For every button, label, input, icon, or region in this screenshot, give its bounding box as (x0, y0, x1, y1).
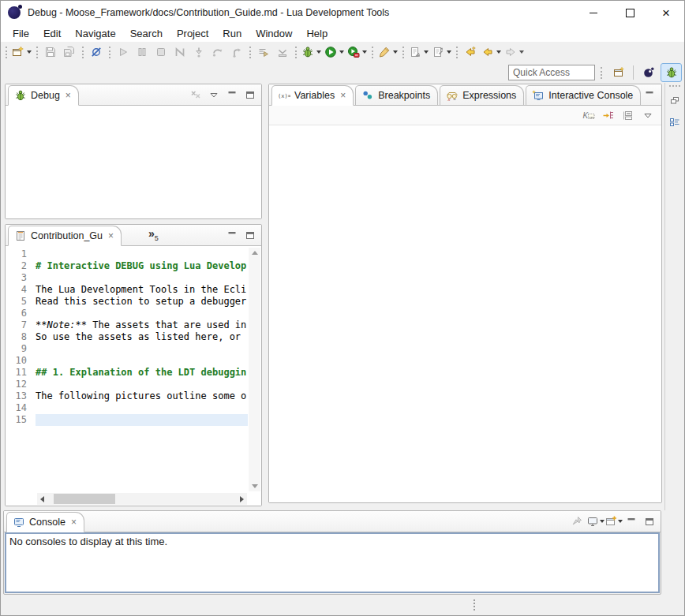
minimize-view-button[interactable] (225, 229, 239, 241)
debug-button[interactable] (300, 43, 323, 61)
view-menu-button[interactable] (641, 109, 655, 121)
menu-help[interactable]: Help (299, 26, 335, 41)
display-selected-console-button[interactable] (588, 515, 602, 528)
close-tab-icon[interactable]: × (71, 517, 77, 528)
show-logical-structure-button[interactable] (601, 109, 616, 121)
scroll-left-arrow[interactable] (40, 496, 44, 502)
step-into-button[interactable] (189, 43, 208, 61)
open-console-dropdown-arrow[interactable] (618, 520, 623, 523)
editor-text-area[interactable]: 12# Interactive DEBUG using Lua Develop3… (6, 248, 248, 492)
toolbar-drag-handle[interactable] (295, 47, 297, 58)
scroll-right-arrow[interactable] (240, 496, 244, 502)
quick-access-input[interactable] (508, 65, 595, 80)
menu-window[interactable]: Window (249, 26, 299, 41)
use-step-filters-button[interactable] (254, 43, 273, 61)
maximize-view-button[interactable] (243, 88, 257, 101)
suspend-button[interactable] (133, 43, 152, 61)
minimized-outline-view-button[interactable] (667, 115, 683, 129)
skip-all-breakpoints-button[interactable] (87, 43, 106, 61)
variables-view: (x)=Variables×Breakpointsx=ExpressionsIn… (268, 84, 662, 503)
save-button[interactable] (41, 43, 60, 61)
step-return-button[interactable] (227, 43, 246, 61)
tab-interactive-console[interactable]: Interactive Console (526, 85, 641, 106)
remove-all-terminated-button[interactable] (189, 88, 203, 101)
tab-breakpoints[interactable]: Breakpoints (355, 85, 438, 106)
close-window-button[interactable]: × (648, 1, 684, 24)
tab-console[interactable]: Console× (6, 512, 84, 532)
external-tools-button[interactable] (376, 43, 399, 61)
back-dropdown-arrow[interactable] (496, 50, 501, 54)
scroll-up-arrow[interactable] (252, 251, 258, 255)
previous-annotation-button[interactable] (430, 43, 453, 61)
terminate-button[interactable] (152, 43, 170, 61)
trim-drag-handle[interactable] (669, 85, 680, 87)
toolbar-drag-handle[interactable] (456, 47, 458, 58)
previous-annotation-dropdown-arrow[interactable] (447, 50, 451, 54)
toolbar-drag-handle[interactable] (36, 47, 38, 58)
menu-project[interactable]: Project (170, 26, 215, 41)
restore-minimized-view-button[interactable] (667, 94, 683, 108)
show-type-names-button[interactable]: K (582, 109, 596, 121)
view-menu-button[interactable] (207, 88, 221, 101)
toolbar-drag-handle[interactable] (402, 47, 404, 58)
back-button[interactable] (480, 43, 503, 61)
editor-horizontal-scrollbar[interactable] (37, 493, 247, 505)
drop-to-frame-button[interactable] (273, 43, 292, 61)
menu-file[interactable]: File (6, 26, 36, 41)
run-button[interactable] (323, 43, 346, 61)
menu-run[interactable]: Run (215, 26, 249, 41)
sash-handle[interactable] (474, 599, 477, 610)
new-wizard-dropdown-arrow[interactable] (27, 50, 32, 54)
toolbar-drag-handle[interactable] (601, 67, 602, 79)
toolbar-drag-handle[interactable] (109, 47, 110, 58)
run-dropdown-arrow[interactable] (339, 50, 344, 54)
maximize-view-button[interactable] (661, 88, 662, 101)
forward-button[interactable] (503, 43, 526, 61)
menu-edit[interactable]: Edit (36, 26, 68, 41)
external-tools-dropdown-arrow[interactable] (393, 50, 398, 54)
toolbar-drag-handle[interactable] (6, 47, 7, 58)
minimize-view-button[interactable] (624, 515, 638, 528)
tab-debug[interactable]: Debug× (8, 85, 79, 106)
maximize-view-button[interactable] (642, 515, 657, 528)
close-tab-icon[interactable]: × (108, 230, 114, 241)
disconnect-button[interactable] (170, 43, 189, 61)
minimize-view-button[interactable] (642, 88, 657, 101)
toolbar-drag-handle[interactable] (249, 47, 251, 58)
editor-vertical-scrollbar[interactable] (249, 248, 260, 491)
save-all-button[interactable] (60, 43, 79, 61)
minimize-window-button[interactable] (575, 1, 612, 24)
toolbar-drag-handle[interactable] (372, 47, 373, 58)
next-annotation-dropdown-arrow[interactable] (424, 50, 429, 54)
remove-all-terminated-icon (189, 88, 202, 101)
pin-console-button[interactable] (570, 515, 584, 528)
coverage-button[interactable] (346, 43, 369, 61)
collapse-all-button[interactable] (621, 109, 635, 121)
coverage-dropdown-arrow[interactable] (362, 50, 367, 54)
close-tab-icon[interactable]: × (340, 90, 346, 101)
toolbar-drag-handle[interactable] (82, 47, 84, 58)
forward-dropdown-arrow[interactable] (519, 50, 524, 54)
debug-perspective-button[interactable] (661, 63, 682, 82)
scrollbar-thumb[interactable] (54, 494, 115, 504)
menu-navigate[interactable]: Navigate (68, 26, 122, 41)
maximize-view-button[interactable] (243, 229, 257, 241)
hidden-editors-chevron[interactable]: »5 (148, 227, 159, 242)
tab-expressions[interactable]: x=Expressions (440, 85, 524, 106)
close-tab-icon[interactable]: × (66, 90, 71, 101)
tab-contribution-gu[interactable]: Contribution_Gu× (8, 226, 122, 246)
lua-perspective-button[interactable] (638, 63, 659, 82)
maximize-window-button[interactable] (612, 1, 648, 24)
resume-button[interactable] (114, 43, 133, 61)
open-perspective-button[interactable] (608, 63, 629, 82)
scroll-down-arrow[interactable] (252, 484, 258, 488)
tab-variables[interactable]: (x)=Variables× (271, 85, 354, 106)
open-console-button[interactable] (606, 515, 620, 528)
last-edit-location-button[interactable] (461, 43, 480, 61)
debug-dropdown-arrow[interactable] (316, 50, 321, 54)
new-wizard-button[interactable] (10, 43, 33, 61)
next-annotation-button[interactable] (407, 43, 430, 61)
minimize-view-button[interactable] (225, 88, 239, 101)
step-over-button[interactable] (208, 43, 227, 61)
menu-search[interactable]: Search (123, 26, 170, 41)
